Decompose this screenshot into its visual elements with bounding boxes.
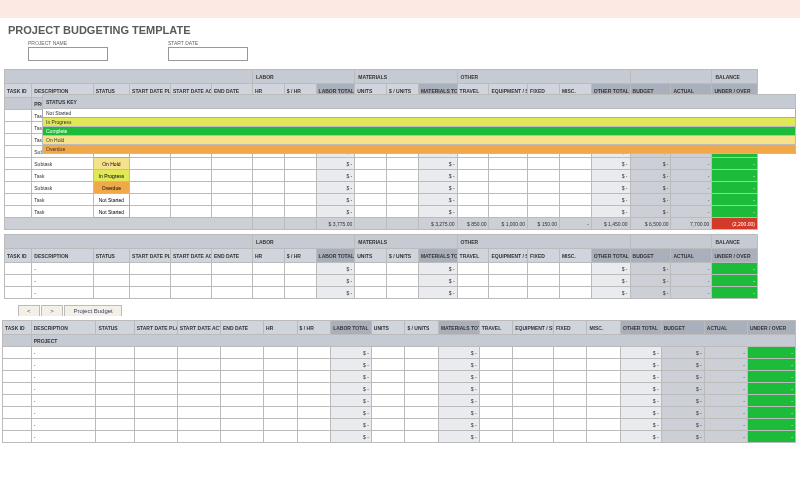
budget-table-2[interactable]: LABOR MATERIALSOTHER BALANCE TASK IDDESC… (4, 234, 758, 299)
top-accent-band (0, 0, 800, 18)
page-title: PROJECT BUDGETING TEMPLATE (0, 18, 800, 40)
start-date-label: START DATE (168, 40, 248, 46)
table-row[interactable]: - $ - $ - $ - $ --- (3, 431, 796, 443)
group-header-row: LABOR MATERIALSOTHER BALANCE (5, 235, 758, 249)
project-name-label: PROJECT NAME (28, 40, 108, 46)
column-header-row: TASK IDDESCRIPTIONSTATUS START DATE PLAN… (3, 321, 796, 335)
table-row[interactable]: Task Not Started $ - $ - $ - $ --- (5, 194, 758, 206)
status-legend: STATUS KEY Not Started In Progress Compl… (42, 94, 796, 154)
table-row[interactable]: Task Not Started $ - $ - $ - $ --- (5, 206, 758, 218)
table-row[interactable]: Subtask Overdue $ - $ - $ - $ --- (5, 182, 758, 194)
sheet-tab[interactable]: Project Budget (64, 305, 121, 316)
tab-nav-right-icon[interactable]: > (41, 305, 63, 316)
meta-row: PROJECT NAME START DATE (0, 40, 800, 67)
table-row[interactable]: - $ - $ - $ - $ --- (3, 347, 796, 359)
table-row[interactable]: Task In Progress $ - $ - $ - $ --- (5, 170, 758, 182)
section-row: PROJECT (3, 335, 796, 347)
table-row[interactable]: - $ - $ - $ - $ --- (5, 275, 758, 287)
tab-nav-left-icon[interactable]: < (18, 305, 40, 316)
start-date-input[interactable] (168, 47, 248, 61)
totals-row: $ 3,775.00 $ 3,275.00 $ 850.00$ 1,000.00… (5, 218, 758, 230)
table-row[interactable]: - $ - $ - $ - $ --- (3, 419, 796, 431)
table-row[interactable]: - $ - $ - $ - $ --- (3, 359, 796, 371)
table-row[interactable]: Subtask On Hold $ - $ - $ - $ --- (5, 158, 758, 170)
table-row[interactable]: - $ - $ - $ - $ --- (5, 263, 758, 275)
table-row[interactable]: - $ - $ - $ - $ --- (3, 371, 796, 383)
table-row[interactable]: - $ - $ - $ - $ --- (3, 407, 796, 419)
table-row[interactable]: - $ - $ - $ - $ --- (3, 383, 796, 395)
budget-table-3[interactable]: TASK IDDESCRIPTIONSTATUS START DATE PLAN… (2, 320, 796, 443)
sheet-tab-bar: < > Project Budget (18, 305, 800, 316)
column-header-row: TASK IDDESCRIPTIONSTATUS START DATE PLAN… (5, 249, 758, 263)
group-header-row: LABOR MATERIALS OTHER BALANCE (5, 70, 758, 84)
table-row[interactable]: - $ - $ - $ - $ --- (3, 395, 796, 407)
table-row[interactable]: - $ - $ - $ - $ --- (5, 287, 758, 299)
project-name-input[interactable] (28, 47, 108, 61)
